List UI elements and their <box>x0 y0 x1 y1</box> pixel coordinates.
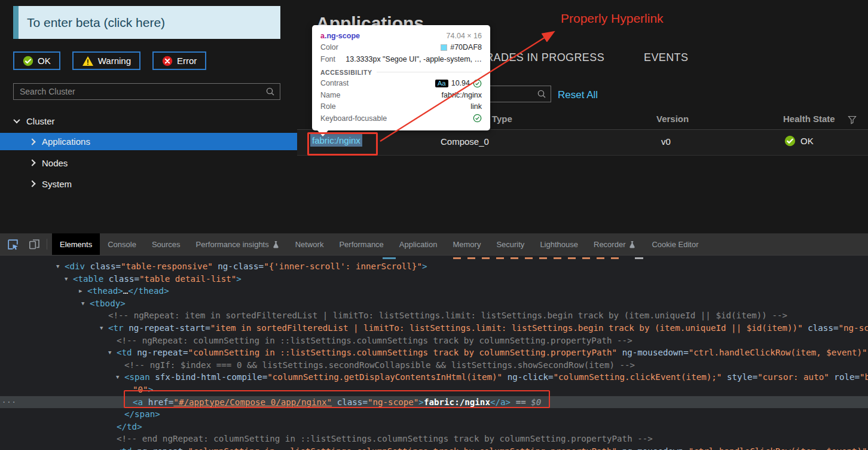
code-segment: > <box>148 385 154 394</box>
ok-icon <box>23 56 33 66</box>
devtools-tab-application[interactable]: Application <box>392 233 445 255</box>
code-segment: "0" <box>133 385 148 394</box>
tree-node-system[interactable]: System <box>0 175 297 192</box>
column-header-health-state[interactable]: Health State <box>783 114 835 124</box>
tooltip-pointer <box>317 130 328 136</box>
code-segment: "columnSetting in ::listSettings.columnS… <box>188 446 618 450</box>
cluster-search-input[interactable] <box>14 87 265 96</box>
section-divider <box>377 72 482 72</box>
tree-node-nodes[interactable]: Nodes <box>0 154 297 171</box>
code-segment: <td <box>117 348 132 357</box>
tooltip-color-row: Color #70DAF8 <box>320 42 482 54</box>
tree-node-cluster[interactable]: Cluster <box>0 113 297 129</box>
check-circle-icon <box>473 79 482 88</box>
code-segment: > <box>418 397 424 407</box>
elements-tree-node[interactable]: ▼<td ng-repeat="columnSetting in ::listS… <box>0 346 868 359</box>
devtools-tabbar-tabs: ElementsConsoleSourcesPerformance insigh… <box>52 233 707 255</box>
expand-arrow-icon[interactable]: ▼ <box>56 260 59 273</box>
devtools-tab-lighthouse[interactable]: Lighthouse <box>532 233 586 255</box>
elements-tree-node[interactable]: ▼<div class="table-responsive" ng-class=… <box>0 260 868 273</box>
elements-tree-node[interactable]: </span> <box>0 408 868 421</box>
devtools-tab-label: Application <box>399 240 438 249</box>
tab-events[interactable]: EVENTS <box>644 51 688 64</box>
code-segment: <!-- ngRepeat: columnSetting in ::listSe… <box>117 336 632 345</box>
ok-filter-button[interactable]: OK <box>13 51 60 70</box>
elements-tree-node[interactable]: ▼<tr ng-repeat-start="item in sortedFilt… <box>0 322 868 335</box>
devtools-tab-console[interactable]: Console <box>100 233 144 255</box>
elements-tree-node[interactable]: ▶<thead>…</thead> <box>0 285 868 297</box>
expand-arrow-icon[interactable]: ▼ <box>108 346 111 359</box>
code-segment: "cursor: auto" <box>757 372 829 382</box>
elements-tree-node[interactable]: ▼<tbody> <box>0 297 868 310</box>
elements-tree-node[interactable]: </td> <box>0 421 868 433</box>
code-segment: ng-mousedown= <box>617 348 689 357</box>
devtools-tab-label: Recorder <box>594 240 625 249</box>
code-segment: "columnSetting.clickEvent(item);" <box>554 372 722 382</box>
tree-node-label: System <box>42 179 72 189</box>
devtools-tab-cookie-editor[interactable]: Cookie Editor <box>644 233 706 255</box>
filter-funnel-icon[interactable] <box>848 115 857 124</box>
elements-tree-selected-node[interactable]: ···<a href="#/apptype/Compose_0/app/ngin… <box>0 396 868 409</box>
warning-filter-button[interactable]: Warning <box>72 51 140 70</box>
error-filter-button[interactable]: Error <box>152 51 206 70</box>
expand-arrow-icon[interactable]: ▼ <box>116 371 119 384</box>
elements-tree-node[interactable]: <!-- ngRepeat: item in sortedFilteredLis… <box>0 309 868 322</box>
font-value: 13.3333px "Segoe UI", -apple-system, … <box>346 55 482 63</box>
color-swatch <box>441 44 447 51</box>
screen: { "colors": { "accent_blue": "#1D72C8", … <box>0 0 868 450</box>
chevron-down-icon[interactable] <box>13 117 20 123</box>
chevron-right-icon[interactable] <box>29 138 35 145</box>
code-segment: sfx-bind-html-compile= <box>150 372 267 382</box>
elements-tree-node[interactable]: <!-- ngRepeat: columnSetting in ::listSe… <box>0 335 868 347</box>
collapse-arrow-icon[interactable]: ▶ <box>108 445 111 450</box>
code-segment: "table detail-list" <box>139 274 236 284</box>
code-segment: <!-- ngRepeat: item in sortedFilteredLis… <box>108 311 787 320</box>
devtools-tab-sources[interactable]: Sources <box>144 233 188 255</box>
devtools-tab-recorder[interactable]: Recorder <box>586 233 644 255</box>
flask-icon <box>272 241 280 248</box>
reset-all-link[interactable]: Reset All <box>558 89 598 101</box>
role-label: Role <box>320 102 336 111</box>
expand-arrow-icon[interactable]: ▼ <box>100 322 103 335</box>
devtools-tab-performance-insights[interactable]: Performance insights <box>188 233 288 255</box>
contrast-value: 10.94 <box>451 79 470 87</box>
elements-tree-node[interactable]: ▶<td ng-repeat="columnSetting in ::listS… <box>0 445 868 450</box>
elements-tree-node[interactable]: ▼<span sfx-bind-html-compile="columnSett… <box>0 371 868 384</box>
chevron-right-icon[interactable] <box>29 159 35 166</box>
code-segment: href= <box>143 397 173 407</box>
device-toolbar-button[interactable] <box>25 236 43 253</box>
collapse-arrow-icon[interactable]: ▶ <box>79 285 82 297</box>
accessibility-label: ACCESSIBILITY <box>320 69 372 76</box>
elements-tree-node[interactable]: <!-- ngIf: $index === 0 && listSettings.… <box>0 359 868 372</box>
inspect-element-button[interactable] <box>4 236 22 253</box>
app-name-cell: fabric:/nginx <box>310 135 362 145</box>
tooltip-element-row: a.ng-scope 74.04 × 16 <box>320 30 482 42</box>
code-segment: > <box>422 262 427 271</box>
devtools-tab-label: Sources <box>152 240 181 249</box>
table-row[interactable] <box>297 130 868 155</box>
tooltip-keyboard-row: Keyboard-focusable <box>320 113 482 124</box>
chevron-right-icon[interactable] <box>29 180 35 187</box>
devtools-tab-memory[interactable]: Memory <box>445 233 488 255</box>
code-segment: <table <box>73 274 103 284</box>
devtools-tab-security[interactable]: Security <box>488 233 532 255</box>
code-segment: ng-mousedown= <box>617 446 689 450</box>
devtools-tab-elements[interactable]: Elements <box>52 233 100 255</box>
beta-banner[interactable]: To enter beta (click here) <box>13 6 280 39</box>
devtools-tab-network[interactable]: Network <box>288 233 332 255</box>
code-segment: ng-repeat= <box>132 446 188 450</box>
expand-arrow-icon[interactable]: ▼ <box>65 273 68 285</box>
elements-tree-node[interactable]: "0"> <box>0 384 868 396</box>
elements-tree-node[interactable]: ▼<table class="table detail-list"> <box>0 273 868 285</box>
devtools-tab-label: Lighthouse <box>540 240 578 249</box>
devtools-tab-performance[interactable]: Performance <box>331 233 391 255</box>
elements-tree-node[interactable]: <!-- end ngRepeat: columnSetting in ::li… <box>0 433 868 445</box>
device-toolbar-icon <box>29 239 40 250</box>
cluster-tree: Cluster Applications Nodes System <box>0 113 297 196</box>
name-label: Name <box>320 91 340 99</box>
column-header-version[interactable]: Version <box>656 114 689 124</box>
health-state-value: OK <box>800 136 814 146</box>
expand-arrow-icon[interactable]: ▼ <box>81 297 84 310</box>
app-type-cell: Compose_0 <box>441 136 489 147</box>
tree-node-applications[interactable]: Applications <box>0 133 297 150</box>
